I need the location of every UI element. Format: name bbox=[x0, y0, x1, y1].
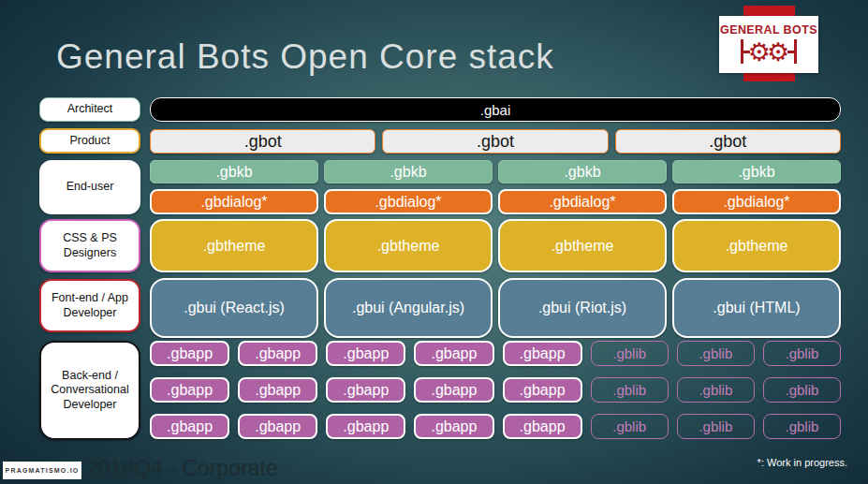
row-gbkb: .gbkb .gbkb .gbkb .gbkb bbox=[150, 160, 841, 183]
general-bots-logo: GENERAL BOTS ⚙ ⚙ bbox=[719, 16, 818, 73]
gblib-box: .gblib bbox=[591, 414, 669, 439]
role-label-product: Product bbox=[39, 128, 140, 154]
row-gbui: .gbui (React.js) .gbui (Angular.js) .gbu… bbox=[150, 278, 841, 338]
gblib-box: .gblib bbox=[763, 414, 841, 439]
gbapp-box: .gbapp bbox=[503, 341, 582, 366]
row-gbdialog: .gbdialog* .gbdialog* .gbdialog* .gbdial… bbox=[150, 189, 841, 214]
role-label-frontend-app-developer: Font-end / App Developer bbox=[39, 279, 140, 332]
gear-bar-right bbox=[794, 39, 797, 64]
gbkb-box: .gbkb bbox=[324, 160, 493, 183]
gear-axle-right bbox=[787, 51, 794, 53]
gblib-box: .gblib bbox=[591, 377, 669, 403]
gbui-angular-box: .gbui (Angular.js) bbox=[324, 278, 493, 338]
gbapp-box: .gbapp bbox=[414, 414, 493, 439]
gear-icon: ⚙ bbox=[767, 39, 789, 65]
gbapp-box: .gbapp bbox=[150, 341, 229, 366]
gblib-box: .gblib bbox=[677, 341, 755, 366]
row-gbot: .gbot .gbot .gbot bbox=[150, 129, 841, 154]
gbkb-box: .gbkb bbox=[672, 160, 841, 183]
gbdialog-box: .gbdialog* bbox=[498, 189, 667, 214]
gbai-box: .gbai bbox=[150, 97, 841, 122]
gears-icon: ⚙ ⚙ bbox=[741, 37, 797, 66]
gbtheme-box: .gbtheme bbox=[672, 219, 841, 272]
gbui-riot-box: .gbui (Riot.js) bbox=[498, 278, 667, 338]
gbui-react-box: .gbui (React.js) bbox=[150, 278, 318, 338]
role-label-backend-conversational-developer: Back-end / Conversational Developer bbox=[39, 341, 140, 440]
gbapp-box: .gbapp bbox=[150, 414, 229, 439]
gbkb-box: .gbkb bbox=[498, 160, 667, 183]
role-label-end-user: End-user bbox=[39, 160, 140, 214]
gbapp-box: .gbapp bbox=[414, 377, 493, 403]
gbapp-box: .gbapp bbox=[238, 377, 317, 403]
row-gbapp-gblib-3: .gbapp .gbapp .gbapp .gbapp .gbapp .gbli… bbox=[150, 414, 841, 439]
gbapp-box: .gbapp bbox=[150, 377, 229, 403]
gbapp-box: .gbapp bbox=[238, 414, 317, 439]
logo-brand-text: GENERAL BOTS bbox=[720, 23, 817, 37]
footer-text: 2018Q4 - Corporate bbox=[86, 456, 278, 481]
role-label-css-ps-designers: CSS & PS Designers bbox=[39, 219, 140, 272]
gbdialog-box: .gbdialog* bbox=[150, 189, 318, 214]
work-in-progress-note: *: Work in progress. bbox=[758, 457, 847, 468]
gbapp-box: .gbapp bbox=[326, 377, 405, 403]
gbapp-box: .gbapp bbox=[503, 377, 582, 403]
row-gbapp-gblib-1: .gbapp .gbapp .gbapp .gbapp .gbapp .gbli… bbox=[150, 341, 841, 366]
gbtheme-box: .gbtheme bbox=[324, 219, 493, 272]
gbdialog-box: .gbdialog* bbox=[672, 189, 841, 214]
gbot-box: .gbot bbox=[615, 129, 841, 154]
row-gbai: .gbai bbox=[150, 97, 841, 122]
gbapp-box: .gbapp bbox=[326, 414, 405, 439]
gblib-box: .gblib bbox=[763, 377, 841, 403]
gbapp-box: .gbapp bbox=[503, 414, 582, 439]
gbtheme-box: .gbtheme bbox=[498, 219, 667, 272]
row-gbapp-gblib-2: .gbapp .gbapp .gbapp .gbapp .gbapp .gbli… bbox=[150, 377, 841, 403]
gblib-box: .gblib bbox=[763, 341, 841, 366]
gbdialog-box: .gbdialog* bbox=[324, 189, 493, 214]
gbui-html-box: .gbui (HTML) bbox=[672, 278, 841, 338]
gblib-box: .gblib bbox=[591, 341, 669, 366]
gblib-box: .gblib bbox=[677, 414, 755, 439]
gbot-box: .gbot bbox=[382, 129, 608, 154]
gbapp-box: .gbapp bbox=[326, 341, 405, 366]
page-title: General Bots Open Core stack bbox=[56, 37, 554, 77]
gblib-box: .gblib bbox=[677, 377, 755, 403]
gbapp-box: .gbapp bbox=[238, 341, 317, 366]
slide: General Bots Open Core stack GENERAL BOT… bbox=[0, 0, 868, 484]
pragmatismo-badge: PRAGMATISMO.IO bbox=[3, 462, 81, 479]
gbapp-box: .gbapp bbox=[414, 341, 493, 366]
gbkb-box: .gbkb bbox=[150, 160, 318, 183]
gbot-box: .gbot bbox=[150, 129, 375, 154]
gbtheme-box: .gbtheme bbox=[150, 219, 318, 272]
row-gbtheme: .gbtheme .gbtheme .gbtheme .gbtheme bbox=[150, 219, 841, 272]
role-label-architect: Architect bbox=[39, 97, 140, 122]
